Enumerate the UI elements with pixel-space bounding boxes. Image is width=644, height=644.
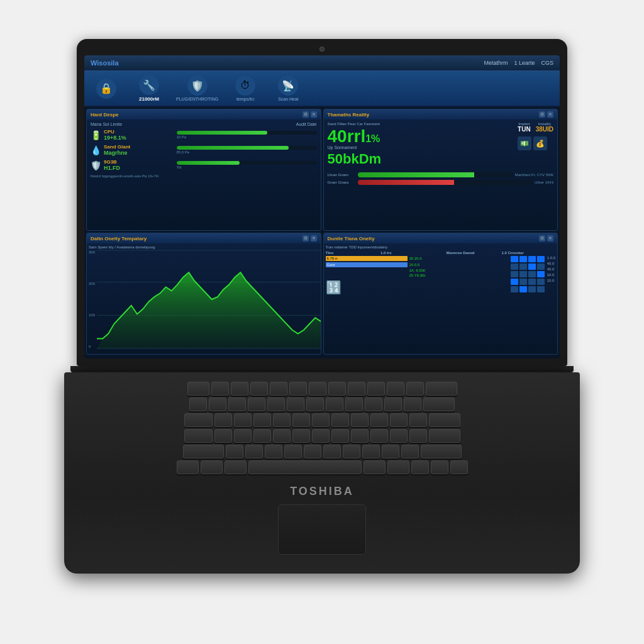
key-6[interactable]: [306, 397, 324, 411]
key-backspace[interactable]: [423, 397, 455, 411]
key-caps[interactable]: [184, 429, 213, 443]
key-f7[interactable]: [328, 382, 346, 396]
key-w[interactable]: [234, 413, 252, 427]
key-semi[interactable]: [390, 429, 408, 443]
nav-item-3[interactable]: CGS: [541, 60, 553, 66]
grid-cell: [528, 264, 536, 270]
key-z[interactable]: [226, 445, 243, 458]
panel-close-icon[interactable]: ✕: [311, 111, 317, 118]
key-f6[interactable]: [309, 382, 326, 396]
panel3-settings-icon[interactable]: ⚙: [303, 235, 309, 242]
key-m[interactable]: [343, 445, 360, 458]
key-k[interactable]: [351, 429, 369, 443]
key-alt-r[interactable]: [364, 460, 386, 474]
key-f4[interactable]: [270, 382, 287, 396]
key-9[interactable]: [365, 397, 382, 411]
key-enter2[interactable]: [429, 429, 460, 443]
nav-item-1[interactable]: Metathrm: [484, 60, 508, 66]
key-p[interactable]: [390, 413, 408, 427]
key-b[interactable]: [304, 445, 321, 458]
key-ctrl[interactable]: [177, 460, 199, 474]
key-g[interactable]: [292, 429, 310, 443]
key-enter[interactable]: [429, 413, 460, 427]
key-o[interactable]: [370, 413, 388, 427]
app-nav: Metathrm 1 Learte CGS: [484, 60, 553, 66]
key-comma[interactable]: [362, 445, 380, 458]
key-y[interactable]: [312, 413, 330, 427]
panel2-close-icon[interactable]: ✕: [547, 111, 553, 118]
panel-chart-controls: ⚙ ✕: [303, 235, 317, 242]
key-fn-r[interactable]: [387, 460, 409, 474]
key-4[interactable]: [267, 397, 285, 411]
key-j[interactable]: [331, 429, 349, 443]
bottom-icon: 🔢: [326, 280, 508, 295]
key-h[interactable]: [312, 429, 330, 443]
key-f5[interactable]: [289, 382, 307, 396]
row3-v1: 1A. 6.50tl: [409, 269, 508, 272]
key-bracket-l[interactable]: [409, 413, 427, 427]
key-c[interactable]: [265, 445, 282, 458]
icon-network[interactable]: 📡 Scan Heal: [272, 75, 304, 101]
key-f11[interactable]: [406, 382, 424, 396]
key-f12[interactable]: [426, 382, 457, 396]
key-3[interactable]: [248, 397, 265, 411]
key-n[interactable]: [323, 445, 341, 458]
panel-settings-icon[interactable]: ⚙: [303, 111, 309, 118]
key-minus[interactable]: [404, 397, 421, 411]
key-f1[interactable]: [211, 382, 229, 396]
nav-item-2[interactable]: 1 Learte: [514, 60, 535, 66]
key-period[interactable]: [382, 445, 399, 458]
key-left[interactable]: [411, 460, 429, 474]
icon-shield[interactable]: 🛡️ PLUG/ENTHROTING: [176, 75, 218, 101]
key-shift-l[interactable]: [183, 445, 224, 458]
key-tab[interactable]: [184, 413, 213, 427]
key-e[interactable]: [253, 413, 271, 427]
key-x[interactable]: [245, 445, 263, 458]
key-l[interactable]: [370, 429, 388, 443]
key-8[interactable]: [345, 397, 363, 411]
key-esc[interactable]: [187, 382, 209, 396]
panel2-settings-icon[interactable]: ⚙: [539, 111, 545, 118]
key-slash[interactable]: [401, 445, 419, 458]
touchpad[interactable]: [278, 504, 366, 555]
key-f2[interactable]: [231, 382, 248, 396]
key-i[interactable]: [351, 413, 369, 427]
key-u[interactable]: [331, 413, 349, 427]
key-r[interactable]: [273, 413, 291, 427]
grid-cell: [519, 264, 527, 270]
threat-bar-bg1: [358, 172, 513, 177]
key-win[interactable]: [225, 460, 247, 474]
key-alt[interactable]: [201, 460, 223, 474]
key-shift-r[interactable]: [421, 445, 462, 458]
icon-lock[interactable]: 🔒: [91, 79, 122, 99]
key-q[interactable]: [214, 413, 232, 427]
grid-cell: [511, 256, 518, 262]
key-f8[interactable]: [348, 382, 365, 396]
key-backtick[interactable]: [189, 397, 207, 411]
key-7[interactable]: [326, 397, 343, 411]
key-a[interactable]: [214, 429, 232, 443]
key-quote[interactable]: [409, 429, 427, 443]
key-2[interactable]: [228, 397, 246, 411]
key-f9[interactable]: [367, 382, 385, 396]
icon-clock[interactable]: ⏱ temps/trc: [230, 75, 261, 101]
key-5[interactable]: [287, 397, 304, 411]
panel4-close-icon[interactable]: ✕: [547, 235, 553, 242]
key-f10[interactable]: [387, 382, 404, 396]
grid-cell: [528, 271, 536, 277]
key-s[interactable]: [234, 429, 252, 443]
key-t[interactable]: [292, 413, 310, 427]
key-1[interactable]: [209, 397, 226, 411]
key-0[interactable]: [384, 397, 402, 411]
key-space[interactable]: [248, 460, 362, 474]
key-right[interactable]: [450, 460, 468, 474]
key-down[interactable]: [431, 460, 448, 474]
icon-tools[interactable]: 🔧 21000rM: [133, 75, 165, 102]
key-d[interactable]: [253, 429, 271, 443]
key-v[interactable]: [284, 445, 302, 458]
key-f3[interactable]: [250, 382, 268, 396]
panel4-settings-icon[interactable]: ⚙: [539, 235, 545, 242]
panel3-close-icon[interactable]: ✕: [311, 235, 317, 242]
clock-label: temps/trc: [236, 97, 255, 101]
key-f[interactable]: [273, 429, 291, 443]
